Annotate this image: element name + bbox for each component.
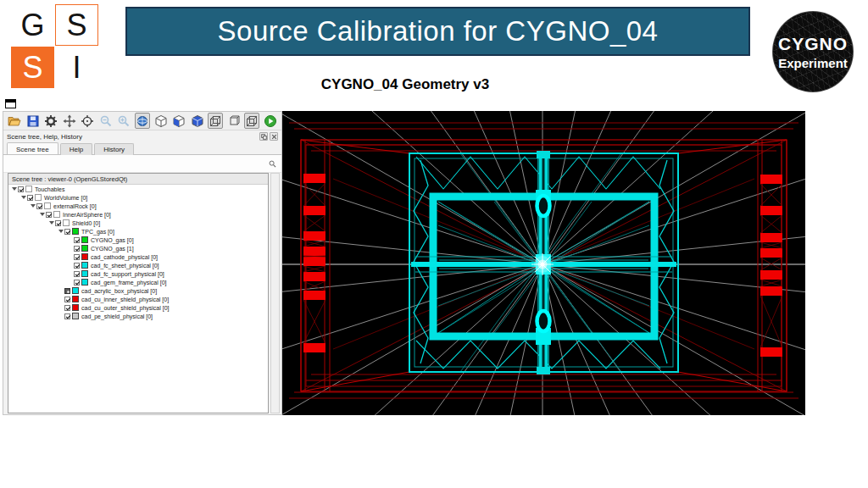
opengl-viewport[interactable] <box>282 111 805 415</box>
tree-item-label: cad_fc_sheet_physical [0] <box>91 263 159 269</box>
gssi-logo: G S S I <box>11 4 98 88</box>
zoom-in-button[interactable] <box>116 113 132 129</box>
color-swatch <box>63 219 70 226</box>
scene-tree-search-input[interactable] <box>8 158 269 169</box>
visibility-checkbox[interactable] <box>18 186 24 192</box>
scene-tree-panel: Scene tree : viewer-0 (OpenGLStoredQt) T… <box>8 173 269 413</box>
tree-item[interactable]: cad_fc_support_physical [0] <box>8 269 268 278</box>
tree-item-label: TPC_gas [0] <box>81 229 114 235</box>
visibility-checkbox[interactable] <box>64 305 70 311</box>
rotate-view-button[interactable] <box>135 113 151 129</box>
visibility-checkbox[interactable] <box>36 203 42 209</box>
tree-item[interactable]: WorldVolume [0] <box>8 193 268 202</box>
expand-arrow-icon[interactable] <box>58 230 64 233</box>
save-button[interactable] <box>25 113 42 129</box>
tree-item[interactable]: cad_cu_inner_shield_physical [0] <box>8 295 268 303</box>
wireframe-mode-button[interactable] <box>153 113 169 129</box>
expand-arrow-icon[interactable] <box>20 196 27 199</box>
color-swatch <box>25 186 32 192</box>
open-file-icon <box>8 114 21 128</box>
color-swatch <box>72 296 79 302</box>
visibility-checkbox[interactable] <box>64 229 70 235</box>
visibility-checkbox[interactable] <box>55 220 61 226</box>
expand-arrow-icon[interactable] <box>11 187 18 191</box>
settings-gear-button[interactable] <box>43 113 59 129</box>
tree-item[interactable]: InnerAirSphere [0] <box>8 210 268 219</box>
scene-tree-scrollbar[interactable] <box>270 173 280 413</box>
visibility-checkbox[interactable] <box>74 263 80 269</box>
orthographic-projection-icon <box>245 114 259 128</box>
pick-crosshair-button[interactable] <box>80 113 96 129</box>
tree-item[interactable]: cad_pe_shield_physical [0] <box>8 312 268 320</box>
dock-tabs: Scene treeHelpHistory <box>3 142 281 155</box>
visibility-checkbox[interactable] <box>64 297 70 302</box>
tree-item-label: cad_fc_support_physical [0] <box>91 271 164 277</box>
tree-item-label: CYGNO_gas [1] <box>91 246 134 252</box>
slide-title: Source Calibration for CYGNO_04 <box>218 15 659 47</box>
expand-arrow-icon[interactable] <box>30 204 36 208</box>
tab-help[interactable]: Help <box>60 143 92 155</box>
tree-item-label: cad_gem_frame_physical [0] <box>91 280 167 286</box>
dock-close-button[interactable] <box>270 132 278 141</box>
run-beam-button[interactable] <box>262 113 278 129</box>
move-button[interactable] <box>62 113 78 129</box>
wireframe-mode-icon <box>154 114 168 128</box>
tree-item-label: Shield0 [0] <box>72 220 100 226</box>
slide-subtitle: CYGNO_04 Geometry v3 <box>253 76 558 93</box>
tree-item[interactable]: cad_gem_frame_physical [0] <box>8 278 268 286</box>
scene-tree-dock: Scene tree, Help, History Scene treeHelp… <box>3 111 282 415</box>
color-swatch <box>72 304 79 311</box>
tree-item[interactable]: cad_cathode_physical [0] <box>8 252 268 261</box>
cygno-experiment-logo: CYGNO Experiment <box>772 11 854 92</box>
window-titlebar-icon[interactable] <box>5 99 16 108</box>
orthographic-projection-button[interactable] <box>244 113 260 129</box>
tab-scene-tree[interactable]: Scene tree <box>7 142 58 154</box>
geometry-render <box>282 111 805 415</box>
expand-arrow-icon[interactable] <box>39 213 46 216</box>
tree-item[interactable]: cad_fc_sheet_physical [0] <box>8 261 268 269</box>
visibility-checkbox[interactable] <box>64 288 70 294</box>
tree-item[interactable]: TPC_gas [0] <box>8 227 268 236</box>
color-swatch <box>35 194 42 201</box>
tab-history[interactable]: History <box>94 143 134 155</box>
visibility-checkbox[interactable] <box>74 246 80 252</box>
solid-mode-button[interactable] <box>189 113 205 129</box>
float-icon <box>261 134 267 140</box>
close-icon <box>271 134 277 140</box>
rotate-view-icon <box>136 114 149 128</box>
gssi-letter-g: G <box>11 4 54 46</box>
tree-item[interactable]: CYGNO_gas [0] <box>8 236 268 244</box>
dock-float-button[interactable] <box>259 132 268 141</box>
tree-item-label: CYGNO_gas [0] <box>91 237 134 243</box>
tree-item-label: cad_cathode_physical [0] <box>91 254 158 260</box>
cygno-logo-name: CYGNO <box>773 34 853 54</box>
visibility-checkbox[interactable] <box>27 195 33 201</box>
zoom-out-button[interactable] <box>98 113 114 129</box>
visibility-checkbox[interactable] <box>64 313 70 319</box>
tree-item[interactable]: externalRock [0] <box>8 202 268 210</box>
gssi-letter-i: I <box>55 47 98 88</box>
tree-item[interactable]: cad_acrylic_box_physical [0] <box>8 286 268 295</box>
color-swatch <box>81 270 88 277</box>
color-swatch <box>72 228 79 235</box>
hidden-line-mode-button[interactable] <box>171 113 187 129</box>
visibility-checkbox[interactable] <box>74 254 80 260</box>
axes-cube-button[interactable] <box>225 113 242 129</box>
tree-item[interactable]: Shield0 [0] <box>8 219 268 227</box>
visibility-checkbox[interactable] <box>74 271 80 277</box>
tree-item-label: WorldVolume [0] <box>44 195 87 201</box>
gssi-letter-s-top: S <box>55 4 98 46</box>
visibility-checkbox[interactable] <box>74 280 80 286</box>
save-icon <box>26 114 40 128</box>
tree-item[interactable]: Touchables <box>8 185 268 193</box>
visibility-checkbox[interactable] <box>46 212 52 218</box>
tree-item[interactable]: cad_cu_outer_shield_physical [0] <box>8 303 268 312</box>
visibility-checkbox[interactable] <box>74 237 80 243</box>
expand-arrow-icon[interactable] <box>48 221 55 225</box>
perspective-projection-button[interactable] <box>208 113 224 129</box>
open-file-button[interactable] <box>7 113 23 129</box>
scene-tree-title: Scene tree : viewer-0 (OpenGLStoredQt) <box>8 174 268 185</box>
axes-cube-icon <box>227 114 241 128</box>
tree-item[interactable]: CYGNO_gas [1] <box>8 244 268 252</box>
dock-title: Scene tree, Help, History <box>7 133 82 141</box>
